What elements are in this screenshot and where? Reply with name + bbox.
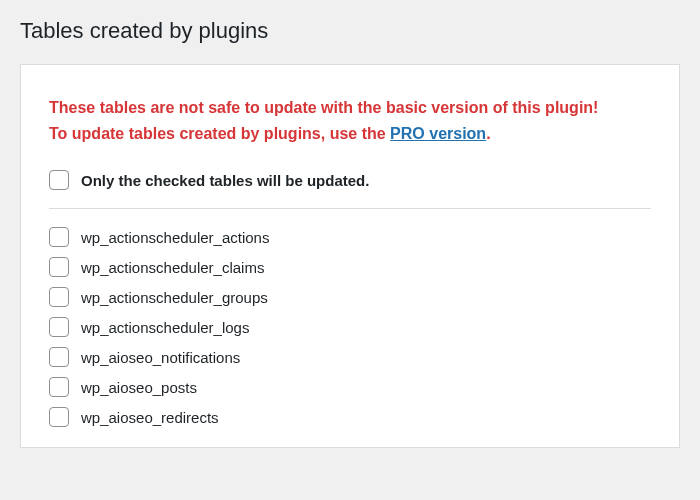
warning-line2-prefix: To update tables created by plugins, use… (49, 125, 390, 142)
select-all-checkbox[interactable] (49, 170, 69, 190)
table-row: wp_aioseo_redirects (49, 407, 651, 427)
page-title: Tables created by plugins (0, 0, 700, 64)
table-checkbox[interactable] (49, 317, 69, 337)
table-name: wp_actionscheduler_claims (81, 259, 264, 276)
plugin-tables-panel: These tables are not safe to update with… (20, 64, 680, 448)
master-checkbox-row: Only the checked tables will be updated. (49, 170, 651, 209)
warning-line2-suffix: . (486, 125, 490, 142)
table-name: wp_actionscheduler_logs (81, 319, 249, 336)
table-row: wp_aioseo_posts (49, 377, 651, 397)
table-name: wp_aioseo_posts (81, 379, 197, 396)
table-row: wp_actionscheduler_actions (49, 227, 651, 247)
table-checkbox[interactable] (49, 287, 69, 307)
table-row: wp_aioseo_notifications (49, 347, 651, 367)
pro-version-link[interactable]: PRO version (390, 125, 486, 142)
table-name: wp_actionscheduler_actions (81, 229, 269, 246)
table-list: wp_actionscheduler_actions wp_actionsche… (49, 227, 651, 427)
table-name: wp_aioseo_notifications (81, 349, 240, 366)
table-checkbox[interactable] (49, 377, 69, 397)
table-checkbox[interactable] (49, 407, 69, 427)
table-row: wp_actionscheduler_claims (49, 257, 651, 277)
table-name: wp_actionscheduler_groups (81, 289, 268, 306)
table-checkbox[interactable] (49, 257, 69, 277)
table-checkbox[interactable] (49, 347, 69, 367)
table-name: wp_aioseo_redirects (81, 409, 219, 426)
table-checkbox[interactable] (49, 227, 69, 247)
warning-line1: These tables are not safe to update with… (49, 99, 598, 116)
warning-message: These tables are not safe to update with… (49, 95, 651, 146)
table-row: wp_actionscheduler_groups (49, 287, 651, 307)
master-checkbox-label: Only the checked tables will be updated. (81, 172, 369, 189)
table-row: wp_actionscheduler_logs (49, 317, 651, 337)
